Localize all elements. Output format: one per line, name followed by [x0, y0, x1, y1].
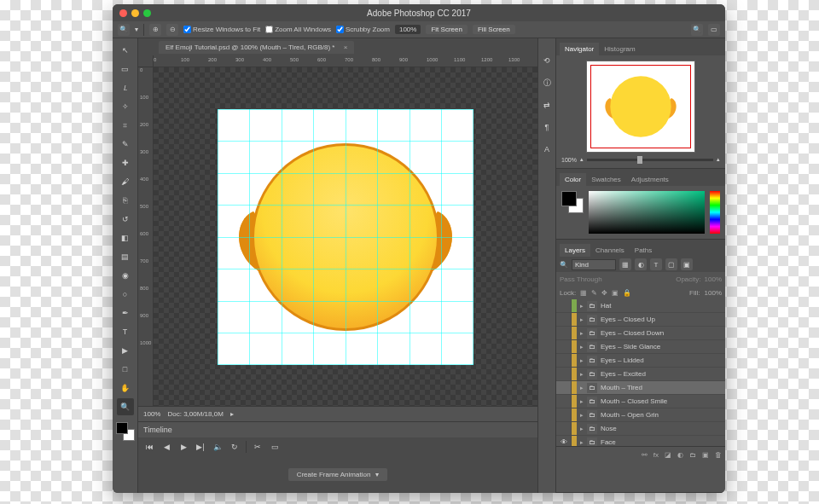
visibility-icon[interactable] — [556, 422, 572, 435]
crop-tool[interactable]: ⌗ — [117, 117, 134, 134]
tab-color[interactable]: Color — [560, 173, 586, 186]
filter-smart-icon[interactable]: ▣ — [681, 258, 693, 270]
move-tool[interactable]: ↖ — [117, 42, 134, 59]
color-field[interactable] — [589, 191, 705, 234]
status-zoom[interactable]: 100% — [143, 410, 160, 418]
color-fg-bg[interactable] — [561, 191, 584, 213]
ruler-vertical[interactable]: 01002003004005006007008009001000 — [138, 67, 154, 406]
layer-row[interactable]: ▸🗀Hat — [556, 299, 725, 313]
layer-row[interactable]: ▸🗀Eyes – Closed Up — [556, 313, 725, 327]
scrubby-zoom-checkbox[interactable]: Scrubby Zoom — [336, 26, 390, 33]
visibility-icon[interactable] — [556, 313, 572, 326]
workspace-icon[interactable]: ▭ — [708, 24, 720, 36]
hand-tool[interactable]: ✋ — [117, 379, 134, 397]
fit-screen-button[interactable]: Fit Screen — [426, 25, 467, 34]
rectangle-tool[interactable]: □ — [117, 361, 134, 378]
layer-row[interactable]: ▸🗀Eyes – Lidded — [556, 354, 725, 368]
layer-row[interactable]: ▸🗀Nose — [556, 422, 725, 436]
chevron-right-icon[interactable]: ▸ — [580, 426, 584, 432]
properties-panel-icon[interactable]: ⇄ — [540, 98, 554, 112]
close-icon[interactable]: × — [344, 43, 348, 51]
resize-windows-checkbox[interactable]: Resize Windows to Fit — [183, 26, 260, 33]
tab-paths[interactable]: Paths — [630, 244, 657, 257]
filter-shape-icon[interactable]: ▢ — [665, 258, 677, 270]
status-docinfo[interactable]: Doc: 3,00M/18,0M — [167, 410, 223, 418]
tab-layers[interactable]: Layers — [560, 244, 590, 257]
fill-screen-button[interactable]: Fill Screen — [473, 25, 515, 34]
info-panel-icon[interactable]: ⓘ — [540, 76, 554, 90]
adjustment-layer-icon[interactable]: ◐ — [677, 451, 683, 459]
marquee-tool[interactable]: ▭ — [117, 61, 134, 78]
history-brush-tool[interactable]: ↺ — [117, 211, 134, 228]
zoom-all-checkbox[interactable]: Zoom All Windows — [265, 26, 331, 33]
zoom-value-field[interactable]: 100% — [395, 25, 421, 34]
kind-icon[interactable]: 🔍 — [560, 261, 568, 269]
zoom-in-icon[interactable]: ⊕ — [149, 24, 161, 36]
chevron-down-icon[interactable]: ▾ — [375, 471, 379, 478]
tab-navigator[interactable]: Navigator — [560, 43, 599, 55]
prev-frame-icon[interactable]: ◀ — [160, 442, 172, 452]
clone-stamp-tool[interactable]: ⎘ — [117, 192, 134, 209]
ruler-horizontal[interactable]: 0100200300400500600700800900100011001200… — [154, 55, 537, 67]
navigator-thumbnail[interactable] — [586, 61, 695, 153]
tab-adjustments[interactable]: Adjustments — [626, 173, 674, 186]
visibility-icon[interactable] — [556, 395, 572, 408]
eraser-tool[interactable]: ◧ — [117, 229, 134, 246]
visibility-icon[interactable] — [556, 354, 572, 367]
visibility-icon[interactable] — [556, 340, 572, 353]
zoom-tool[interactable]: 🔍 — [117, 398, 134, 415]
chevron-right-icon[interactable]: ▸ — [580, 357, 584, 364]
layer-kind-select[interactable] — [572, 259, 616, 270]
chevron-right-icon[interactable]: ▸ — [580, 330, 584, 337]
eyedropper-tool[interactable]: ✎ — [117, 136, 134, 153]
tab-swatches[interactable]: Swatches — [586, 173, 626, 186]
filter-adjust-icon[interactable]: ◐ — [635, 258, 647, 270]
chevron-right-icon[interactable]: ▸ — [580, 344, 584, 350]
pen-tool[interactable]: ✒ — [117, 304, 134, 322]
visibility-icon[interactable] — [556, 299, 572, 312]
zoom-out-small-icon[interactable]: ▴ — [580, 156, 584, 163]
loop-icon[interactable]: ↻ — [229, 442, 241, 452]
dodge-tool[interactable]: ○ — [117, 286, 134, 303]
healing-brush-tool[interactable]: ✚ — [117, 154, 134, 171]
split-icon[interactable]: ✂ — [252, 442, 264, 452]
lasso-tool[interactable]: 𝘓 — [117, 79, 134, 96]
layer-row[interactable]: 👁▸🗀Face — [556, 436, 725, 446]
layer-row[interactable]: ▸🗀Eyes – Side Glance — [556, 340, 725, 354]
document-tab[interactable]: Elf Emoji Tutorial.psd @ 100% (Mouth – T… — [159, 41, 354, 54]
layer-row[interactable]: ▸🗀Mouth – Closed Smile — [556, 395, 725, 408]
first-frame-icon[interactable]: ⏮ — [143, 442, 155, 452]
blur-tool[interactable]: ◉ — [117, 267, 134, 284]
timeline-tab[interactable]: Timeline — [143, 426, 172, 434]
filter-pixel-icon[interactable]: ▦ — [619, 258, 631, 270]
layer-row[interactable]: ▸🗀Mouth – Tired — [556, 381, 725, 395]
fill-value[interactable]: 100% — [705, 289, 722, 297]
tab-channels[interactable]: Channels — [590, 244, 630, 257]
chevron-right-icon[interactable]: ▸ — [580, 303, 584, 310]
navigator-zoom-slider[interactable] — [587, 159, 713, 161]
chevron-right-icon[interactable]: ▸ — [580, 371, 584, 378]
layer-row[interactable]: ▸🗀Eyes – Excited — [556, 368, 725, 381]
canvas[interactable] — [154, 67, 537, 406]
chevron-down-icon[interactable]: ▾ — [135, 26, 138, 33]
layer-group-icon[interactable]: 🗀 — [689, 451, 696, 459]
type-tool[interactable]: T — [117, 323, 134, 340]
transition-icon[interactable]: ▭ — [269, 442, 281, 452]
chevron-right-icon[interactable]: ▸ — [580, 412, 584, 419]
lock-pixels-icon[interactable]: ▦ — [580, 289, 587, 297]
audio-icon[interactable]: 🔈 — [212, 442, 224, 452]
hue-slider[interactable] — [710, 191, 720, 234]
lock-brush-icon[interactable]: ✎ — [591, 289, 597, 297]
paragraph-panel-icon[interactable]: A — [540, 142, 554, 156]
layer-mask-icon[interactable]: ◪ — [665, 451, 671, 459]
link-layers-icon[interactable]: ⚯ — [642, 451, 648, 459]
visibility-icon[interactable] — [556, 381, 572, 394]
magic-wand-tool[interactable]: ✧ — [117, 98, 134, 115]
history-panel-icon[interactable]: ⟲ — [540, 54, 554, 67]
tab-histogram[interactable]: Histogram — [599, 43, 640, 55]
visibility-icon[interactable] — [556, 368, 572, 380]
layer-row[interactable]: ▸🗀Mouth – Open Grin — [556, 408, 725, 422]
home-icon[interactable]: 🔍 — [118, 24, 130, 36]
play-icon[interactable]: ▶ — [177, 442, 189, 452]
opacity-value[interactable]: 100% — [705, 275, 722, 283]
